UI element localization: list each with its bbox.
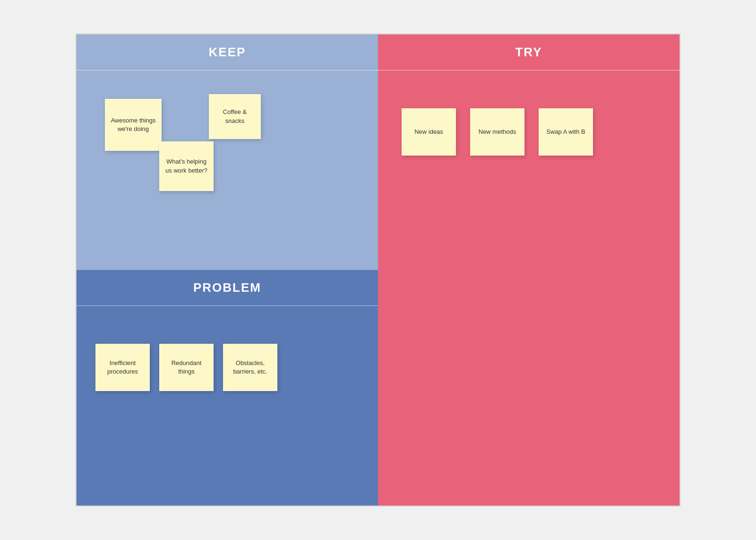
problem-title: PROBLEM [81, 280, 373, 295]
keep-section: KEEP Awesome things we're doing Coffee &… [77, 35, 378, 270]
note-new-ideas[interactable]: New ideas [402, 108, 456, 156]
keep-title: KEEP [81, 45, 373, 60]
note-obstacles[interactable]: Obstacles, barriers, etc. [223, 344, 277, 391]
left-column: KEEP Awesome things we're doing Coffee &… [77, 35, 378, 505]
try-section: TRY New ideas New methods Swap A with B [378, 35, 679, 505]
retrospective-board: KEEP Awesome things we're doing Coffee &… [76, 34, 680, 506]
note-swap-ab[interactable]: Swap A with B [539, 108, 593, 156]
note-awesome[interactable]: Awesome things we're doing [105, 99, 162, 151]
note-helping[interactable]: What's helping us work better? [159, 141, 214, 191]
note-coffee[interactable]: Coffee & snacks [209, 94, 261, 139]
note-inefficient[interactable]: Inefficient procedures [95, 344, 150, 391]
try-notes-row: New ideas New methods Swap A with B [387, 85, 670, 156]
keep-notes-area: Awesome things we're doing Coffee & snac… [86, 85, 369, 256]
note-redundant[interactable]: Redundant things [159, 344, 214, 391]
try-header: TRY [378, 35, 679, 70]
problem-section: PROBLEM Inefficient procedures Redundant… [77, 270, 378, 505]
problem-body: Inefficient procedures Redundant things … [77, 306, 378, 505]
try-title: TRY [383, 45, 675, 60]
keep-body: Awesome things we're doing Coffee & snac… [77, 70, 378, 270]
try-body: New ideas New methods Swap A with B [378, 70, 679, 505]
keep-header: KEEP [77, 35, 378, 70]
problem-header: PROBLEM [77, 270, 378, 305]
note-new-methods[interactable]: New methods [470, 108, 524, 156]
problem-notes-area: Inefficient procedures Redundant things … [86, 320, 369, 491]
